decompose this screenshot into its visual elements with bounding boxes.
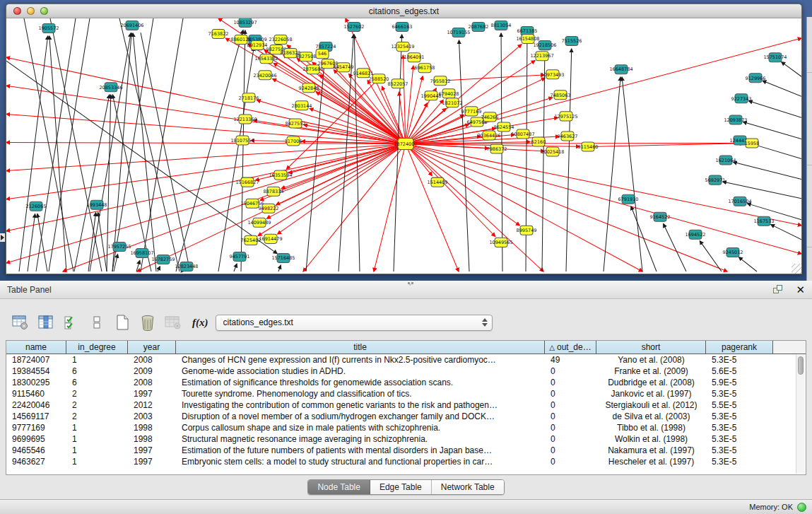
graph-node-yellow[interactable]: 16543382: [254, 54, 278, 64]
resize-grip-icon[interactable]: [792, 264, 801, 274]
table-row[interactable]: 1872400712008Changes of HCN gene express…: [6, 354, 806, 366]
graph-node-teal[interactable]: 1694522: [686, 230, 706, 239]
graph-node-yellow[interactable]: 7955812: [430, 76, 451, 86]
table-row[interactable]: 946554611997Estimation of the future num…: [6, 445, 806, 456]
new-column-icon[interactable]: [112, 312, 133, 333]
graph-node-yellow[interactable]: 10807487: [511, 129, 534, 139]
table-row[interactable]: 1938455462009Genome-wide association stu…: [6, 366, 806, 377]
table-row[interactable]: 2242004622012Investigating the contribut…: [6, 399, 806, 411]
tab-edge-table[interactable]: Edge Table: [370, 480, 432, 494]
float-window-icon[interactable]: [773, 284, 784, 295]
table-row[interactable]: 969969511998Structural magnetic resonanc…: [6, 433, 806, 445]
citation-network-graph[interactable]: 1905572206914061085329716053809785722415…: [6, 18, 801, 274]
graph-node-teal[interactable]: 19218506: [533, 41, 556, 50]
graph-node-yellow[interactable]: 23420046: [253, 71, 276, 80]
graph-node-yellow[interactable]: 20364436: [477, 131, 500, 140]
graph-node-teal[interactable]: 1993448: [87, 200, 107, 209]
graph-node-yellow[interactable]: 12325419: [391, 42, 414, 52]
graph-node-teal[interactable]: 17957255: [107, 242, 131, 251]
tab-network-table[interactable]: Network Table: [432, 480, 504, 494]
column-header-title[interactable]: title: [176, 341, 545, 354]
graph-node-teal[interactable]: 9457791: [230, 252, 250, 261]
graph-node-teal[interactable]: 15716485: [271, 253, 295, 262]
table-row[interactable]: 946362711997Embryonic stem cells: a mode…: [6, 456, 806, 467]
graph-node-yellow[interactable]: 10025418: [541, 147, 564, 156]
graph-node-teal[interactable]: 1621064: [716, 156, 736, 165]
graph-node-teal[interactable]: 1527602: [344, 23, 365, 32]
graph-node-teal[interactable]: 10719155: [447, 28, 470, 37]
graph-node-yellow[interactable]: 16353594: [269, 170, 292, 180]
graph-node-yellow[interactable]: 7986372: [487, 144, 507, 153]
graph-node-teal[interactable]: 20853346: [99, 83, 122, 92]
close-panel-icon[interactable]: ✕: [796, 284, 805, 295]
graph-node-yellow[interactable]: 1864091: [404, 53, 425, 62]
table-row[interactable]: 1456911722003Disruption of a novel membe…: [6, 411, 806, 422]
column-header-short[interactable]: short: [596, 341, 706, 354]
column-header-name[interactable]: name: [6, 341, 66, 354]
graph-node-yellow[interactable]: 1821072: [442, 98, 463, 107]
column-header-pagerank[interactable]: pagerank: [706, 341, 773, 354]
graph-node-yellow[interactable]: 9777169: [461, 107, 482, 116]
graph-node-yellow[interactable]: 9115460: [578, 142, 599, 151]
graph-node-teal[interactable]: 9245012: [723, 247, 743, 257]
graph-node-yellow[interactable]: 546: [316, 49, 329, 59]
function-builder-button[interactable]: f(x): [192, 317, 208, 329]
column-header-year[interactable]: year: [128, 341, 176, 354]
clear-selection-icon[interactable]: [86, 312, 107, 333]
graph-node-teal[interactable]: 1905572: [39, 24, 59, 33]
column-header-in_degree[interactable]: in_degree: [66, 341, 128, 354]
table-row[interactable]: 911546021997Tourette syndrome. Phenomeno…: [6, 388, 806, 399]
graph-node-teal[interactable]: 9164522: [650, 212, 671, 221]
graph-node-teal[interactable]: 9227343: [731, 94, 752, 103]
graph-node-yellow[interactable]: 2718176: [239, 93, 259, 103]
graph-node-yellow[interactable]: 746266: [481, 112, 499, 122]
graph-node-yellow[interactable]: 2588520: [369, 74, 389, 83]
graph-node-yellow[interactable]: 8522057: [388, 79, 408, 88]
graph-node-yellow[interactable]: 8912934: [247, 41, 268, 50]
graph-node-yellow[interactable]: 7163822: [208, 30, 229, 39]
graph-node-teal[interactable]: 16648784: [609, 65, 632, 74]
graph-node-yellow[interactable]: 15166827: [235, 177, 259, 187]
graph-node-yellow[interactable]: 2803144: [292, 101, 312, 110]
column-header-out_de[interactable]: △out_de…: [545, 341, 596, 354]
graph-node-yellow[interactable]: 12975125: [554, 112, 577, 121]
graph-node-yellow[interactable]: 12213967: [530, 52, 553, 61]
graph-node-yellow[interactable]: 9463627: [558, 132, 578, 141]
graph-node-teal[interactable]: 7515526: [562, 37, 582, 46]
graph-node-teal[interactable]: 20691406: [120, 21, 143, 30]
network-canvas[interactable]: 1905572206914061085329716053809785722415…: [6, 18, 801, 274]
tab-node-table[interactable]: Node Table: [308, 480, 370, 494]
graph-node-yellow[interactable]: 16914479: [259, 234, 282, 243]
graph-node-teal[interactable]: 12823448: [175, 262, 198, 271]
table-row[interactable]: 1830029562008Estimation of significance …: [6, 377, 806, 388]
table-scrollbar[interactable]: [796, 355, 805, 474]
graph-node-yellow[interactable]: 9624554: [494, 122, 514, 132]
graph-node-yellow[interactable]: 15958: [745, 139, 760, 148]
graph-node-yellow[interactable]: 9498222: [259, 204, 279, 213]
graph-node-yellow[interactable]: 62160: [531, 137, 546, 146]
graph-node-teal[interactable]: 8813054: [491, 21, 512, 30]
graph-node-yellow[interactable]: 23226058: [269, 35, 292, 45]
graph-node-teal[interactable]: 2126065: [26, 201, 47, 211]
table-options-icon[interactable]: [10, 312, 31, 333]
graph-node-teal[interactable]: 12093873: [724, 115, 747, 124]
graph-node-teal[interactable]: 5692971: [705, 175, 726, 185]
delete-columns-icon[interactable]: [137, 312, 158, 333]
delete-table-icon[interactable]: [163, 312, 184, 333]
table-row[interactable]: 977716911998Corpus callosum shape and si…: [6, 422, 806, 433]
graph-node-yellow[interactable]: 7625402: [241, 235, 261, 245]
graph-node-teal[interactable]: 16958107: [130, 248, 153, 257]
graph-node-yellow[interactable]: 117006: [285, 136, 302, 146]
graph-node-yellow[interactable]: 12213369: [233, 115, 257, 124]
graph-node-teal[interactable]: 15751074: [763, 53, 787, 62]
collapse-arrow-icon[interactable]: [0, 233, 5, 242]
graph-node-teal[interactable]: 6466163: [392, 23, 413, 32]
scrollbar-thumb[interactable]: [798, 356, 804, 375]
graph-node-yellow[interactable]: 6794028: [439, 89, 459, 98]
graph-node-teal[interactable]: 17016504: [728, 197, 751, 206]
graph-node-yellow[interactable]: 7485063: [551, 90, 571, 100]
graph-node-yellow[interactable]: 14099489: [247, 218, 271, 227]
window-titlebar[interactable]: citations_edges.txt: [6, 4, 801, 18]
splitter-grip[interactable]: [406, 281, 416, 285]
graph-node-yellow[interactable]: 8454749: [334, 63, 354, 72]
